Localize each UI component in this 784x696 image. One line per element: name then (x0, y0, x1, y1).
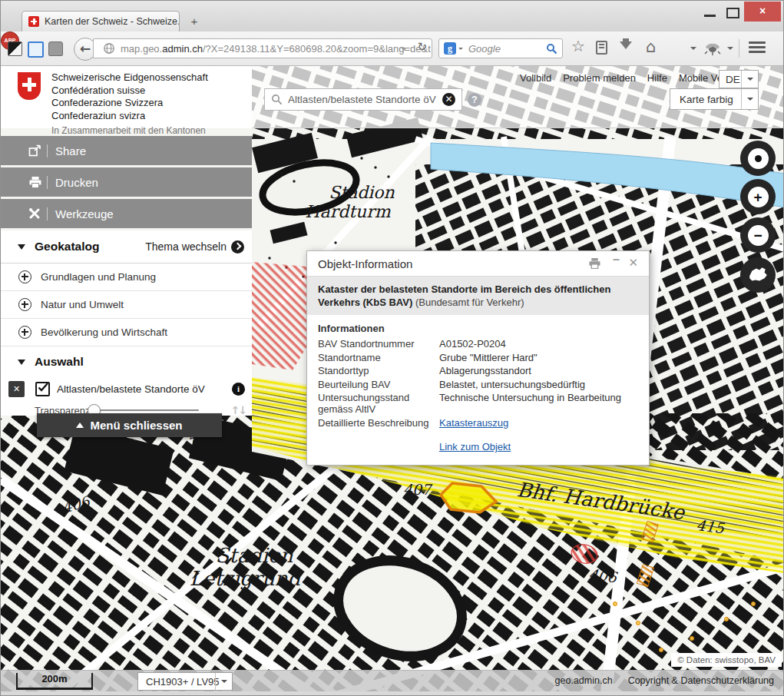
map-label-stadion-letzigrund-1: Stadion (215, 544, 293, 567)
catalog-item-bevoelkerung[interactable]: Bevölkerung und Wirtschaft (1, 319, 252, 346)
layer-reorder-icons[interactable]: ↑↓ (231, 404, 246, 416)
printer-icon (28, 176, 45, 188)
popup-minimize-icon[interactable]: – (613, 253, 620, 267)
default-extent-button[interactable] (740, 257, 776, 293)
divider (47, 176, 48, 189)
toolbar-divider (739, 39, 739, 58)
tools-icon (28, 207, 45, 220)
downloads-icon-bar (623, 38, 629, 43)
popup-close-icon[interactable]: ✕ (628, 256, 638, 270)
extension-icon-3[interactable] (48, 41, 63, 56)
geolocate-button[interactable] (740, 141, 776, 176)
clear-search-icon[interactable]: ✕ (442, 93, 455, 106)
row-value: A01502-P0204 (439, 338, 638, 350)
search-engine-placeholder[interactable]: Google (468, 43, 546, 55)
popup-section-title: Informationen (318, 323, 638, 334)
auswahl-title: Auswahl (35, 355, 84, 369)
expand-plus-icon[interactable] (18, 270, 31, 283)
collapse-up-icon (76, 423, 84, 428)
url-subdomain: map.geo. (121, 43, 162, 55)
tools-button[interactable]: Werkzeuge (1, 199, 252, 228)
reload-icon[interactable]: ↻ (417, 40, 427, 54)
checkmark-icon (37, 382, 49, 393)
footer-links: geo.admin.ch Copyright & Datenschutzerkl… (555, 675, 774, 686)
close-menu-button[interactable]: Menü schliessen (37, 413, 222, 437)
row-label: Beurteilung BAV (318, 379, 433, 390)
scale-bar: 200m (16, 673, 93, 690)
popup-print-icon[interactable] (588, 257, 601, 269)
home-icon[interactable]: ⌂ (646, 38, 656, 56)
geoadmin-link[interactable]: geo.admin.ch (555, 675, 613, 686)
row-label-empty (318, 430, 433, 452)
bookmarks-panel-icon[interactable] (596, 41, 607, 55)
menu-hamburger-icon[interactable] (749, 41, 766, 55)
layer-checkbox[interactable] (35, 382, 50, 396)
nav-vollbild[interactable]: Vollbild (520, 72, 551, 84)
collapse-caret-icon (18, 244, 25, 250)
map-attribution[interactable]: © Daten: swisstopo, BAV (671, 653, 782, 667)
language-select[interactable]: DE (719, 70, 759, 88)
catalog-item-natur[interactable]: Natur und Umwelt (1, 291, 252, 319)
map-style-select[interactable]: Karte farbig (670, 88, 759, 110)
kataster-extract-link[interactable]: Katasterauszug (439, 417, 508, 429)
projection-caret[interactable] (215, 673, 232, 690)
minimize-window-icon[interactable] (704, 15, 716, 17)
zoom-in-button[interactable]: + (740, 179, 776, 214)
nav-problem-melden[interactable]: Problem melden (563, 72, 636, 84)
swiss-coat-of-arms (18, 72, 41, 100)
expand-plus-icon[interactable] (18, 298, 31, 311)
popup-titlebar[interactable]: Objekt-Information – ✕ (307, 251, 649, 277)
bug-extension-icon[interactable] (703, 41, 722, 56)
window-titlebar: Karten der Schweiz - Schweize... + × (1, 1, 783, 31)
nav-hilfe[interactable]: Hilfe (647, 72, 667, 84)
projection-select[interactable]: CH1903+ / LV95 (137, 672, 233, 691)
share-icon (28, 144, 45, 157)
page-content: Stadion Hardturm Bhf. Hardbrücke Stadion… (1, 66, 784, 696)
bookmark-star-icon[interactable]: ☆ (571, 37, 585, 55)
divider (47, 144, 48, 157)
url-bar[interactable]: map.geo.admin.ch/?X=249138.11&Y=680698.2… (93, 38, 432, 58)
new-tab-button[interactable]: + (185, 14, 203, 29)
close-window-button[interactable]: × (744, 2, 781, 22)
search-go-icon[interactable] (546, 43, 557, 55)
geokatalog-header[interactable]: Geokatalog Thema wechseln (1, 230, 252, 263)
layer-row: ✕ Altlasten/belastete Standorte öV i (1, 377, 252, 400)
browser-tab[interactable]: Karten der Schweiz - Schweize... (22, 11, 180, 31)
search-engine-dropdown-icon[interactable] (458, 48, 463, 52)
map-label-407: 407 (403, 481, 433, 498)
copyright-link[interactable]: Copyright & Datenschutzerklärung (628, 675, 774, 686)
map-search-input[interactable]: Altlasten/belastete Standorte öV ✕ (264, 88, 462, 111)
url-dropdown-icon[interactable] (401, 48, 407, 54)
adblock-dropdown-icon[interactable] (690, 47, 696, 53)
google-logo-icon[interactable]: g (444, 42, 456, 55)
expand-plus-icon[interactable] (18, 326, 31, 339)
change-theme-label: Thema wechseln (145, 240, 227, 253)
tab-title: Karten der Schweiz - Schweize... (45, 16, 180, 27)
zoom-out-button[interactable]: − (740, 217, 776, 253)
auswahl-header[interactable]: Auswahl (1, 346, 252, 377)
search-engine-bar[interactable]: g Google (438, 38, 563, 58)
object-permalink[interactable]: Link zum Objekt (439, 441, 511, 452)
extension-icon-2[interactable] (28, 41, 44, 58)
remove-layer-button[interactable]: ✕ (8, 381, 25, 397)
maximize-window-icon[interactable] (726, 8, 739, 18)
map-label-406b: 406 (588, 565, 620, 585)
map-style-caret[interactable] (741, 89, 758, 109)
layer-info-icon[interactable]: i (232, 383, 245, 396)
bug-extension-dropdown-icon[interactable] (727, 47, 733, 53)
language-caret[interactable] (741, 71, 758, 88)
transparency-slider[interactable] (89, 409, 199, 411)
org-line: Schweizerische Eidgenossenschaft (51, 71, 208, 85)
extension-icon-1[interactable] (8, 41, 22, 56)
url-domain: admin.ch (162, 43, 203, 55)
share-button[interactable]: Share (1, 136, 252, 165)
catalog-item-grundlagen[interactable]: Grundlagen und Planung (1, 263, 252, 291)
print-button[interactable]: Drucken (1, 167, 252, 197)
catalog-item-label: Bevölkerung und Wirtschaft (41, 326, 167, 338)
switzerland-outline-icon (747, 264, 769, 286)
downloads-icon[interactable] (620, 41, 632, 55)
cooperation-note: In Zusammenarbeit mit den Kantonen (51, 125, 208, 136)
row-label: Untersuchungsstand gemäss AltlV (318, 392, 433, 415)
change-theme-link[interactable]: Thema wechseln (145, 240, 244, 254)
help-icon[interactable]: ? (468, 93, 481, 107)
